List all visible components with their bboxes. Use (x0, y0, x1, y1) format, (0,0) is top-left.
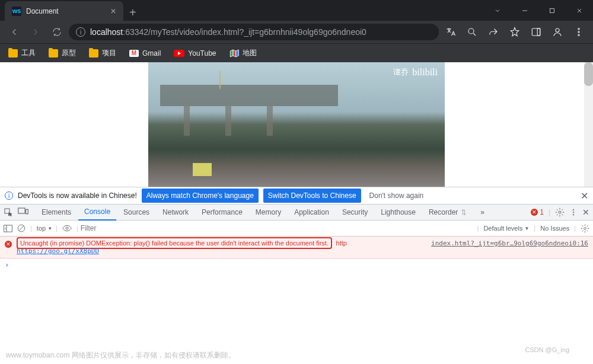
devtools-language-notification: i DevTools is now available in Chinese! … (0, 187, 593, 204)
tab-favicon: WS (12, 7, 21, 16)
dots-icon[interactable] (569, 208, 578, 216)
svg-point-7 (578, 34, 579, 36)
footer-watermark: www.toymoban.com 网络图片仅供展示，非存储，如有侵权请联系删除。 (6, 350, 235, 360)
tab-memory[interactable]: Memory (250, 205, 287, 221)
window-titlebar: WS Document ✕ + (0, 0, 593, 21)
notification-text: DevTools is now available in Chinese! (18, 191, 137, 200)
svg-point-18 (584, 227, 586, 229)
search-icon[interactable] (463, 23, 482, 41)
error-count[interactable]: ✕1 (531, 208, 544, 216)
console-settings-icon[interactable] (581, 224, 589, 233)
sidepanel-icon[interactable] (527, 23, 546, 41)
bookmark-folder-prototype[interactable]: 原型 (44, 46, 81, 60)
site-info-icon[interactable]: i (76, 27, 85, 37)
translate-icon[interactable] (441, 23, 460, 41)
back-button[interactable] (5, 23, 24, 41)
bookmark-gmail[interactable]: MGmail (125, 47, 165, 60)
svg-point-14 (573, 214, 574, 215)
svg-point-4 (556, 28, 559, 32)
tab-console[interactable]: Console (78, 205, 116, 221)
tab-elements[interactable]: Elements (36, 205, 77, 221)
csdn-watermark: CSDN @G_ing (525, 346, 569, 353)
more-tabs-icon[interactable]: » (474, 205, 490, 221)
tab-close-icon[interactable]: ✕ (110, 7, 116, 15)
youtube-icon (174, 50, 184, 57)
address-bar: i localhost:63342/myTest/video/index.htm… (0, 21, 593, 43)
tab-title: Document (26, 7, 106, 15)
error-icon: ✕ (5, 241, 12, 248)
close-button[interactable] (566, 0, 593, 21)
svg-rect-9 (18, 208, 25, 213)
devtools-close-icon[interactable]: ✕ (582, 207, 589, 217)
svg-point-12 (573, 209, 574, 210)
tab-performance[interactable]: Performance (196, 205, 248, 221)
svg-rect-10 (26, 209, 28, 214)
devtools-tabs: Elements Console Sources Network Perform… (0, 204, 593, 221)
folder-icon (49, 49, 58, 58)
log-levels-selector[interactable]: Default levels ▼ (483, 225, 529, 232)
svg-point-1 (468, 28, 474, 34)
error-help-link[interactable]: https://goo.gl/xX8pDD (17, 247, 99, 255)
always-match-button[interactable]: Always match Chrome's language (142, 189, 259, 203)
svg-point-13 (573, 212, 574, 213)
info-icon: i (5, 191, 13, 200)
map-icon (229, 49, 239, 58)
svg-rect-3 (537, 28, 540, 36)
folder-icon (89, 49, 98, 58)
tab-lighthouse[interactable]: Lighthouse (375, 205, 422, 221)
close-notification-icon[interactable]: ✕ (581, 190, 588, 202)
live-expression-icon[interactable] (62, 225, 72, 232)
error-source-link[interactable]: index.html?_ijt=g6br…9olg69go6ndneoi0:16 (431, 240, 588, 247)
video-watermark: 谭乔 bilibili (393, 67, 438, 78)
error-message: Uncaught (in promise) DOMException: play… (20, 240, 329, 247)
issues-count[interactable]: No Issues (540, 225, 569, 232)
svg-point-6 (578, 31, 579, 33)
tab-sources[interactable]: Sources (117, 205, 155, 221)
dont-show-button[interactable]: Don't show again (366, 189, 428, 203)
settings-icon[interactable] (555, 207, 565, 217)
bookmarks-bar: 工具 原型 项目 MGmail YouTube 地图 (0, 43, 593, 62)
forward-button[interactable] (26, 23, 45, 41)
tab-application[interactable]: Application (288, 205, 335, 221)
tab-recorder[interactable]: Recorder (423, 205, 473, 221)
svg-point-11 (559, 211, 561, 213)
filter-input[interactable] (81, 224, 473, 232)
inspect-icon[interactable] (4, 207, 13, 217)
minimize-button[interactable] (511, 0, 538, 21)
bookmark-folder-tools[interactable]: 工具 (4, 46, 40, 60)
sidebar-toggle-icon[interactable] (4, 225, 12, 232)
page-content: 谭乔 bilibili (0, 62, 593, 187)
clear-console-icon[interactable] (17, 224, 25, 232)
svg-point-17 (66, 227, 68, 229)
chevron-down-icon[interactable] (484, 0, 511, 21)
new-tab-button[interactable]: + (123, 2, 142, 23)
bookmark-folder-project[interactable]: 项目 (84, 46, 121, 60)
console-prompt[interactable]: › (0, 258, 593, 272)
menu-icon[interactable] (569, 23, 588, 41)
device-toggle-icon[interactable] (18, 207, 28, 216)
share-icon[interactable] (484, 23, 503, 41)
console-toolbar: | top ▼ | | | Default levels ▼ | No Issu… (0, 221, 593, 237)
maximize-button[interactable] (538, 0, 566, 21)
url-text: localhost:63342/myTest/video/index.html?… (90, 27, 366, 37)
svg-point-5 (578, 28, 579, 30)
bookmark-maps[interactable]: 地图 (225, 46, 262, 60)
video-player[interactable]: 谭乔 bilibili (148, 62, 445, 187)
url-input[interactable]: i localhost:63342/myTest/video/index.htm… (69, 24, 439, 40)
tab-security[interactable]: Security (336, 205, 374, 221)
tab-network[interactable]: Network (157, 205, 195, 221)
switch-chinese-button[interactable]: Switch DevTools to Chinese (263, 189, 361, 203)
gmail-icon: M (129, 50, 139, 57)
svg-rect-2 (532, 28, 540, 36)
bookmark-star-icon[interactable] (505, 23, 524, 41)
browser-tab[interactable]: WS Document ✕ (5, 1, 123, 21)
console-error-row[interactable]: ✕ Uncaught (in promise) DOMException: pl… (0, 237, 593, 258)
bookmark-youtube[interactable]: YouTube (169, 47, 221, 60)
window-controls (484, 0, 593, 21)
reload-button[interactable] (47, 23, 66, 41)
profile-icon[interactable] (548, 23, 567, 41)
folder-icon (8, 49, 18, 58)
svg-rect-0 (550, 8, 554, 12)
context-selector[interactable]: top ▼ (37, 225, 52, 232)
